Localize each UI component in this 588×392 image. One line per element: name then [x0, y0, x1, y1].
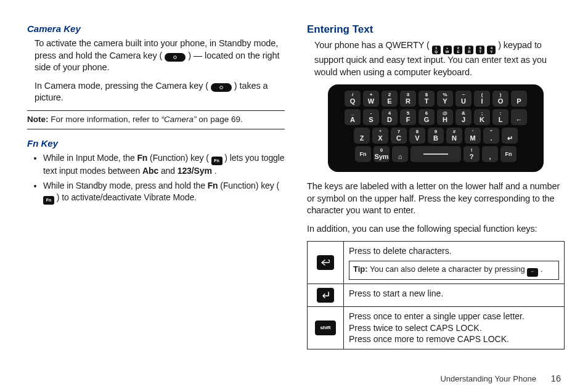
page-footer: Understanding Your Phone 16: [440, 374, 561, 383]
page-number: 16: [551, 374, 561, 383]
keyboard-key: 2E: [382, 91, 398, 107]
keyboard-key: 8V: [409, 128, 425, 144]
keyboard-key: /Q: [345, 91, 361, 107]
keyboard-key: @H: [437, 109, 453, 125]
svg-point-2: [220, 86, 223, 89]
heading-entering-text: Entering Text: [307, 23, 565, 36]
camera-key-icon: [165, 53, 186, 62]
heading-camera-key: Camera Key: [27, 23, 285, 34]
keyboard-key: 5F: [400, 109, 416, 125]
keyboard-key: _A: [345, 109, 361, 125]
keyboard-key: 'M: [465, 128, 481, 144]
keyboard-key: ←: [511, 109, 527, 125]
function-keys-table: Press to delete characters. Tip: You can…: [307, 241, 565, 349]
keyboard-key: 7C: [391, 128, 407, 144]
qwerty-mini-key: 3R: [465, 46, 473, 54]
enter-key-cell: [308, 284, 344, 306]
fn-key-icon: Fn: [211, 157, 223, 165]
camera-paragraph-2: In Camera mode, pressing the Camera key …: [35, 80, 285, 104]
qwerty-mini-keys: 1Q +W 2E 3R $T 4Y: [432, 40, 499, 50]
keyboard-key: ,: [482, 146, 498, 162]
keyboard-key: -S: [363, 109, 379, 125]
keyboard-key: #N: [446, 128, 462, 144]
qwerty-mini-key: +W: [443, 46, 452, 54]
keyboard-key: 6G: [419, 109, 435, 125]
camera-key-icon: [211, 83, 232, 92]
keyboard-key: :L: [492, 109, 508, 125]
left-column: Camera Key To activate the camera built …: [27, 23, 285, 349]
divider: [27, 129, 285, 129]
qwerty-mini-key: 1Q: [432, 46, 441, 54]
keyboard-key: ~U: [455, 91, 472, 107]
note-camera: Note: For more information, refer to “Ca…: [27, 115, 285, 124]
keyboard-key: ↵: [502, 128, 518, 144]
fn-key-icon: Fn: [43, 196, 54, 205]
back-key-icon: [317, 255, 334, 270]
qwerty-mini-key: $T: [476, 46, 484, 54]
keyboard-key: !?: [463, 146, 480, 162]
keyboard-key: $T: [419, 91, 435, 107]
keyboard-key: *X: [372, 128, 388, 144]
qwerty-mini-key: 4Y: [487, 46, 496, 54]
back-key-desc: Press to delete characters. Tip: You can…: [344, 242, 565, 284]
keyboard-key: +W: [363, 91, 379, 107]
keyboard-key: ⌂: [392, 146, 408, 162]
chapter-title: Understanding Your Phone: [440, 374, 536, 383]
heading-fn-key: Fn Key: [27, 138, 285, 149]
fn-bullet-2: While in Standby mode, press and hold th…: [43, 180, 285, 205]
svg-point-1: [174, 55, 177, 59]
keys-labeled-paragraph: The keys are labeled with a letter on th…: [307, 181, 565, 217]
keyboard-key: Fn: [355, 146, 371, 162]
keyboard-key: ;K: [474, 109, 490, 125]
qwerty-keyboard-graphic: /Q+W2E3R$T%Y~U(I)OP_A-S4D5F6G@H&J;K:L←Z*…: [328, 84, 544, 172]
keyboard-key: 9B: [428, 128, 444, 144]
keyboard-key: Z: [354, 128, 370, 144]
qwerty-mini-key: 2E: [454, 46, 462, 54]
keyboard-key: [410, 146, 461, 162]
special-keys-intro: In addition, you can use the following s…: [307, 223, 565, 235]
shift-key-cell: shift: [308, 306, 344, 349]
manual-page: Camera Key To activate the camera built …: [0, 0, 588, 392]
enter-key-desc: Press to start a new line.: [344, 284, 565, 306]
entering-text-intro: Your phone has a QWERTY ( 1Q +W 2E 3R $T…: [314, 39, 565, 78]
keyboard-key: ".: [483, 128, 499, 144]
back-key-cell: [308, 242, 344, 284]
divider: [27, 110, 285, 111]
fn-bullet-1: While in Input Mode, the Fn (Function) k…: [43, 152, 285, 177]
backspace-icon: ←: [527, 268, 538, 277]
keyboard-key: 4D: [382, 109, 398, 125]
keyboard-key: &J: [455, 109, 472, 125]
right-column: Entering Text Your phone has a QWERTY ( …: [307, 23, 565, 349]
keyboard-key: Fn: [500, 146, 517, 162]
svg-rect-0: [169, 55, 181, 60]
camera-paragraph-1: To activate the camera built into your p…: [35, 38, 285, 74]
keyboard-key: 3R: [400, 91, 416, 107]
shift-key-icon: shift: [315, 321, 336, 335]
tip-box: Tip: You can also delete a character by …: [349, 261, 559, 279]
keyboard-key: )O: [492, 91, 508, 107]
keyboard-key: %Y: [437, 91, 453, 107]
keyboard-key: P: [511, 91, 527, 107]
keyboard-key: 0Sym: [374, 146, 390, 162]
keyboard-key: (I: [474, 91, 490, 107]
shift-key-desc: Press once to enter a single upper case …: [344, 306, 565, 349]
enter-key-icon: [317, 288, 334, 303]
